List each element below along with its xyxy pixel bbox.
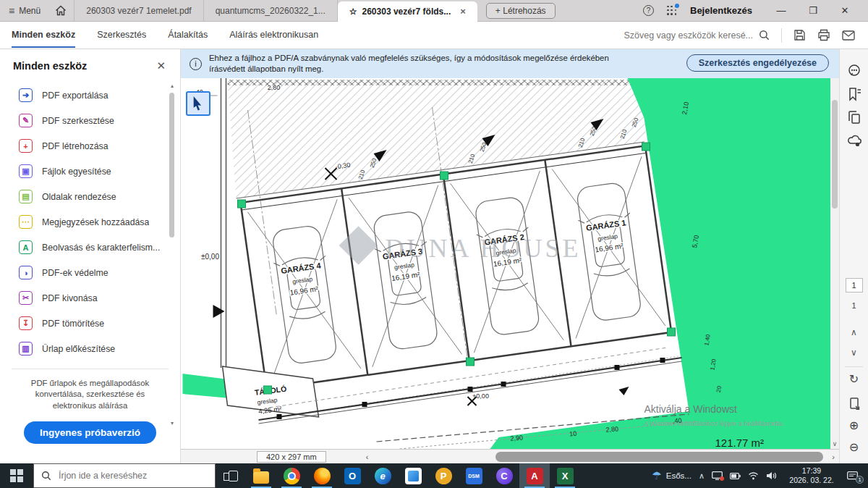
- photos-icon: [405, 468, 422, 484]
- page-total-label: 1: [851, 301, 856, 310]
- sidebar-close-icon[interactable]: ✕: [156, 59, 166, 72]
- volume-icon[interactable]: [766, 471, 776, 480]
- scroll-right-icon[interactable]: ›: [832, 453, 835, 461]
- horizontal-scrollbar-thumb[interactable]: [495, 452, 823, 462]
- vertical-scrollbar[interactable]: ∨: [830, 78, 839, 449]
- app-menu-button[interactable]: ≡ Menü: [0, 0, 48, 21]
- activate-windows-subtext: A Windows aktiválásához lépjen a beállít…: [644, 420, 785, 427]
- start-button[interactable]: [0, 463, 33, 488]
- time-label: 17:39: [783, 466, 840, 476]
- taskbar-edge-button[interactable]: e: [367, 463, 398, 488]
- zoom-in-icon[interactable]: ⊕: [849, 418, 859, 432]
- tray-expand-icon[interactable]: ∧: [699, 471, 705, 481]
- floor-plan: GARÁZS 4 greslap 16,96 m² GARÁZS 3 gresl…: [181, 78, 839, 449]
- previous-page-icon[interactable]: ∧: [851, 327, 857, 337]
- share-mail-button[interactable]: [842, 30, 855, 41]
- scroll-left-icon[interactable]: ‹: [366, 453, 369, 461]
- weather-widget[interactable]: ☂ Esős...: [652, 469, 692, 482]
- taskbar-acrobat-button[interactable]: A: [519, 463, 550, 488]
- sidebar-item-organize-pages[interactable]: ▤Oldalak rendezése: [0, 184, 180, 209]
- sidebar-item-scan-ocr[interactable]: ABeolvasás és karakterfelism...: [0, 235, 180, 260]
- star-icon[interactable]: ☆: [349, 7, 357, 17]
- taskbar-excel-button[interactable]: X: [550, 463, 580, 488]
- sidebar-scrollbar[interactable]: ▴ ▾: [169, 83, 176, 426]
- help-icon[interactable]: ?: [643, 5, 654, 16]
- close-tab-icon[interactable]: ×: [460, 6, 466, 17]
- sidebar-item-pdf-export[interactable]: ➔PDF exportálása: [0, 83, 180, 108]
- save-button[interactable]: [793, 29, 806, 41]
- sidebar-item-compress-pdf[interactable]: ↧PDF tömörítése: [0, 311, 180, 336]
- convert-cloud-icon[interactable]: [847, 133, 861, 151]
- scroll-up-icon[interactable]: ▴: [169, 83, 176, 89]
- maximize-button[interactable]: ❒: [797, 5, 829, 16]
- date-label: 2026. 03. 22.: [783, 476, 840, 485]
- sidebar-item-extract-pdf[interactable]: ✂PDF kivonása: [0, 285, 180, 311]
- taskbar-apps: OePDSMCAX: [216, 463, 580, 488]
- taskbar-chrome-button[interactable]: [276, 463, 307, 488]
- sidebar-item-prepare-form[interactable]: ▥Űrlap előkészítése: [0, 336, 180, 361]
- tab-document-2[interactable]: quantumcms_20260322_1...: [204, 0, 338, 21]
- taskbar-search[interactable]: [33, 463, 216, 488]
- taskbar-outlook-button[interactable]: O: [337, 463, 367, 488]
- apps-grid-icon[interactable]: [667, 6, 677, 16]
- page-number-input[interactable]: 1: [846, 278, 863, 293]
- close-button[interactable]: ✕: [829, 5, 861, 16]
- zoom-out-icon[interactable]: ⊖: [849, 440, 859, 454]
- sidebar-item-pdf-create[interactable]: +PDF létrehozása: [0, 133, 180, 159]
- page-thumbnails-icon[interactable]: [847, 110, 861, 127]
- tab-convert[interactable]: Átalakítás: [168, 23, 208, 48]
- document-area: i Ehhez a fájlhoz a PDF/A szabványnak va…: [181, 49, 839, 463]
- scrollbar-thumb[interactable]: [169, 93, 174, 237]
- tab-edit[interactable]: Szerkesztés: [97, 23, 146, 48]
- taskbar-task-view-button[interactable]: [216, 463, 246, 488]
- taskbar-photos-button[interactable]: [398, 463, 428, 488]
- clock-widget[interactable]: 17:39 2026. 03. 22.: [783, 466, 840, 485]
- home-button[interactable]: [48, 0, 75, 21]
- sidebar-item-label: PDF-ek védelme: [42, 268, 109, 278]
- wifi-icon[interactable]: [748, 471, 759, 480]
- svg-text:DUNA HOUSE: DUNA HOUSE: [386, 234, 582, 263]
- prepare-form-icon: ▥: [19, 342, 33, 356]
- taskbar-c-app-button[interactable]: C: [489, 463, 519, 488]
- taskbar-firefox-button[interactable]: [307, 463, 337, 488]
- scroll-down-icon[interactable]: ▾: [169, 420, 176, 426]
- pdf-viewer[interactable]: GARÁZS 4 greslap 16,96 m² GARÁZS 3 gresl…: [181, 78, 839, 449]
- sidebar-item-pdf-edit[interactable]: ✎PDF szerkesztése: [0, 108, 180, 133]
- fit-page-icon[interactable]: [848, 397, 861, 413]
- tab-all-tools[interactable]: Minden eszköz: [12, 23, 75, 48]
- taskbar-p-app-button[interactable]: P: [428, 463, 459, 488]
- comments-icon[interactable]: [847, 64, 861, 81]
- remote-display-icon[interactable]: [712, 471, 723, 480]
- selection-tool-button[interactable]: [186, 91, 210, 116]
- rotate-page-icon[interactable]: ↻: [849, 372, 859, 386]
- taskbar-search-input[interactable]: [57, 470, 187, 481]
- scroll-down-icon[interactable]: ∨: [830, 440, 839, 447]
- free-trial-button[interactable]: Ingyenes próbaverzió: [24, 421, 156, 444]
- activate-windows-text: Aktiválja a Windowst: [644, 403, 737, 415]
- taskbar-dsm-button[interactable]: DSM: [459, 463, 489, 488]
- pdf-export-icon: ➔: [19, 88, 33, 102]
- taskbar-file-explorer-button[interactable]: [246, 463, 276, 488]
- next-page-icon[interactable]: ∨: [851, 348, 857, 358]
- tab-document-active[interactable]: ☆ 260303 vezér7 földs... ×: [338, 1, 477, 22]
- toolbar-search[interactable]: Szöveg vagy eszközök keresé...: [624, 30, 770, 41]
- print-button[interactable]: [817, 29, 830, 41]
- bookmarks-icon[interactable]: [847, 87, 861, 104]
- battery-icon[interactable]: [730, 473, 741, 479]
- enable-editing-button[interactable]: Szerkesztés engedélyezése: [686, 54, 829, 72]
- sign-in-button[interactable]: Bejelentkezés: [690, 5, 752, 16]
- tab-esign[interactable]: Aláírás elektronikusan: [229, 23, 318, 48]
- sidebar-item-label: Oldalak rendezése: [42, 192, 116, 202]
- sidebar-item-label: PDF létrehozása: [42, 141, 109, 151]
- action-center-button[interactable]: 1: [847, 471, 862, 481]
- viewer-status-bar: 420 x 297 mm ‹ ›: [181, 449, 839, 463]
- sidebar-item-label: PDF szerkesztése: [42, 116, 114, 126]
- minimize-button[interactable]: —: [765, 5, 797, 16]
- sidebar-item-protect-pdf[interactable]: ◑PDF-ek védelme: [0, 260, 180, 285]
- search-icon: [759, 30, 770, 41]
- tab-document-1[interactable]: 260303 vezér7 1emelet.pdf: [75, 0, 203, 21]
- create-tab-button[interactable]: + Létrehozás: [486, 3, 556, 19]
- sidebar-item-add-comments[interactable]: ⋯Megjegyzések hozzáadása: [0, 209, 180, 235]
- combine-files-icon: ▣: [19, 164, 33, 178]
- sidebar-item-combine-files[interactable]: ▣Fájlok egyesítése: [0, 159, 180, 184]
